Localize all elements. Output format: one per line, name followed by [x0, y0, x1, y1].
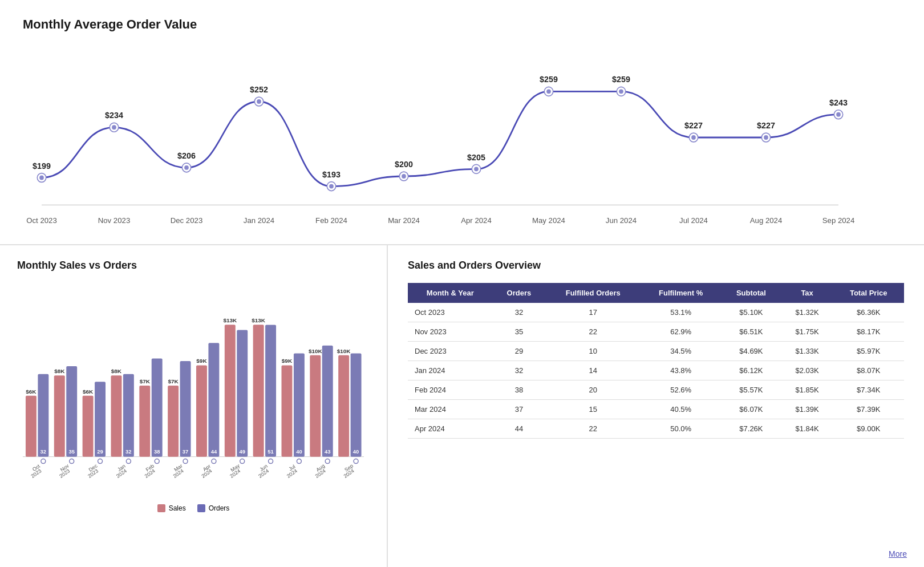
svg-text:Feb 2024: Feb 2024 — [315, 216, 347, 225]
table-row: Dec 2023291034.5%$4.69K$1.33K$5.97K — [408, 342, 904, 361]
table-header-cell: Tax — [781, 283, 833, 303]
svg-text:29: 29 — [97, 448, 103, 455]
table-cell: Oct 2023 — [408, 303, 493, 322]
svg-text:40: 40 — [296, 448, 302, 455]
svg-text:Jan 2024: Jan 2024 — [244, 216, 275, 225]
table-cell: Jan 2024 — [408, 361, 493, 380]
table-cell: 32 — [493, 361, 546, 380]
svg-text:Jul 2024: Jul 2024 — [679, 216, 708, 225]
legend-orders: Orders — [197, 504, 230, 512]
table-cell: $4.69K — [721, 342, 781, 361]
table-cell: 22 — [545, 322, 641, 342]
svg-rect-52 — [38, 374, 48, 457]
table-cell: $2.03K — [781, 361, 833, 380]
svg-point-124 — [325, 459, 330, 464]
svg-text:Aug 2024: Aug 2024 — [750, 216, 783, 225]
table-cell: 29 — [493, 342, 546, 361]
table-cell: Nov 2023 — [408, 322, 493, 342]
line-chart-title: Monthly Average Order Value — [23, 17, 901, 32]
svg-text:$227: $227 — [684, 121, 703, 130]
svg-point-22 — [402, 174, 406, 179]
svg-text:$193: $193 — [322, 170, 341, 179]
line-chart-svg: $199Oct 2023$234Nov 2023$206Dec 2023$252… — [23, 43, 901, 237]
table-cell: $7.26K — [721, 419, 781, 439]
table-cell: Dec 2023 — [408, 342, 493, 361]
svg-text:Oct 2023: Oct 2023 — [26, 216, 57, 225]
table-cell: 14 — [545, 361, 641, 380]
svg-text:$259: $259 — [540, 75, 558, 84]
svg-point-89 — [183, 459, 188, 464]
svg-text:$8K: $8K — [111, 368, 122, 374]
bottom-left-panel: Monthly Sales vs Orders $6K32Oct2023$8K3… — [0, 245, 388, 567]
svg-rect-108 — [265, 325, 276, 457]
svg-text:$252: $252 — [250, 85, 268, 94]
svg-rect-64 — [83, 396, 94, 457]
svg-rect-99 — [225, 325, 236, 456]
table-cell: $6.51K — [721, 322, 781, 342]
table-cell: 44 — [493, 419, 546, 439]
table-cell: $1.75K — [781, 322, 833, 342]
svg-text:32: 32 — [40, 448, 47, 455]
table-cell: $6.07K — [721, 400, 781, 419]
svg-rect-120 — [310, 355, 321, 457]
svg-point-61 — [70, 459, 74, 464]
table-cell: $5.57K — [721, 380, 781, 400]
svg-rect-115 — [294, 353, 305, 456]
bottom-right-panel: Sales and Orders Overview Month & YearOr… — [388, 245, 924, 567]
bar-chart-legend: Sales Orders — [17, 504, 370, 512]
svg-rect-85 — [168, 386, 179, 457]
overview-table: Month & YearOrdersFulfilled OrdersFulfil… — [408, 283, 904, 439]
table-cell: $1.33K — [781, 342, 833, 361]
svg-text:43: 43 — [325, 448, 331, 455]
svg-rect-129 — [351, 353, 362, 456]
svg-text:$206: $206 — [177, 151, 196, 160]
svg-rect-101 — [237, 330, 248, 457]
svg-rect-113 — [282, 365, 293, 456]
table-cell: 15 — [545, 400, 641, 419]
svg-text:$259: $259 — [612, 75, 630, 84]
svg-point-46 — [836, 112, 841, 117]
table-cell: 10 — [545, 342, 641, 361]
svg-point-131 — [354, 459, 358, 464]
table-header-cell: Fulfilment % — [641, 283, 721, 303]
legend-sales-dot — [157, 504, 165, 512]
table-cell: $7.39K — [833, 400, 904, 419]
svg-rect-127 — [338, 355, 349, 457]
top-section: Monthly Average Order Value $199Oct 2023… — [0, 0, 924, 245]
svg-text:Mar 2024: Mar 2024 — [388, 216, 420, 225]
table-row: Feb 2024382052.6%$5.57K$1.85K$7.34K — [408, 380, 904, 400]
table-row: Oct 2023321753.1%$5.10K$1.32K$6.36K — [408, 303, 904, 322]
svg-rect-71 — [111, 375, 121, 456]
svg-text:Apr 2024: Apr 2024 — [461, 216, 492, 225]
table-cell: $6.36K — [833, 303, 904, 322]
svg-point-18 — [329, 184, 334, 189]
table-cell: 38 — [493, 380, 546, 400]
svg-text:49: 49 — [239, 448, 245, 455]
svg-text:$227: $227 — [757, 121, 775, 130]
svg-rect-122 — [322, 346, 333, 457]
table-cell: Mar 2024 — [408, 400, 493, 419]
svg-text:$6K: $6K — [26, 388, 37, 395]
svg-text:35: 35 — [68, 448, 75, 455]
svg-text:40: 40 — [353, 448, 359, 455]
svg-text:Nov 2023: Nov 2023 — [98, 216, 130, 225]
svg-point-2 — [39, 176, 44, 180]
legend-orders-dot — [197, 504, 205, 512]
table-cell: $5.97K — [833, 342, 904, 361]
svg-text:2023: 2023 — [30, 468, 42, 479]
svg-rect-59 — [66, 366, 77, 457]
table-cell: 43.8% — [641, 361, 721, 380]
svg-text:$13K: $13K — [252, 317, 266, 323]
svg-text:Jun 2024: Jun 2024 — [606, 216, 637, 225]
more-link[interactable]: More — [889, 549, 907, 558]
table-cell: $1.84K — [781, 419, 833, 439]
svg-text:Sep 2024: Sep 2024 — [822, 216, 855, 225]
table-cell: 35 — [493, 322, 546, 342]
svg-text:38: 38 — [154, 448, 160, 455]
table-row: Jan 2024321443.8%$6.12K$2.03K$8.07K — [408, 361, 904, 380]
svg-text:$199: $199 — [33, 161, 51, 170]
svg-rect-50 — [26, 396, 37, 457]
svg-text:Dec 2023: Dec 2023 — [171, 216, 202, 225]
svg-point-96 — [212, 459, 216, 464]
svg-point-75 — [126, 459, 131, 464]
